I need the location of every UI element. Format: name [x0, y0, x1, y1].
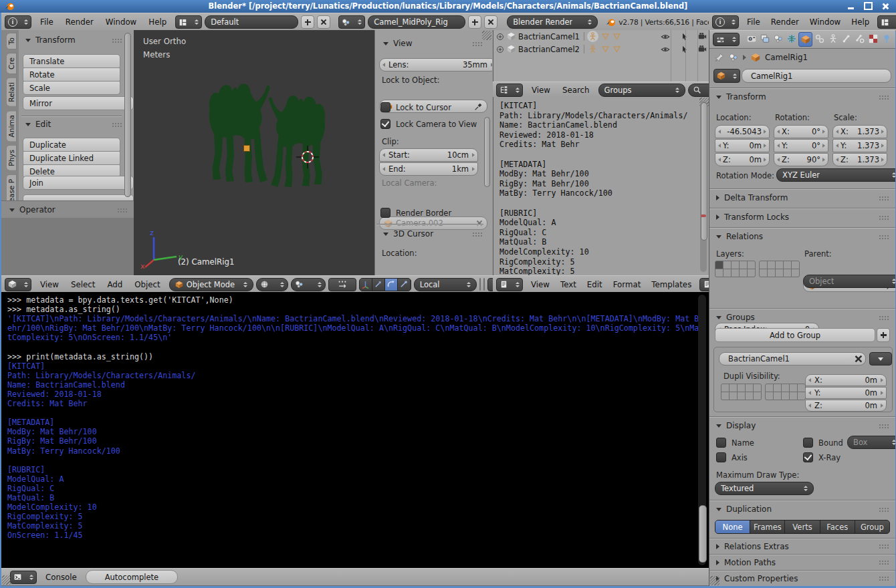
layer-cell-active[interactable]: [715, 261, 723, 269]
panel-grip-icon[interactable]: [112, 122, 122, 127]
local-camera-field[interactable]: Camera.002: [379, 216, 487, 230]
panel-grip-icon[interactable]: [879, 560, 889, 565]
scale-field[interactable]: Z:1.373: [832, 153, 887, 166]
outliner-menu-item[interactable]: View: [526, 86, 556, 95]
display-axis-row[interactable]: Axis: [716, 452, 748, 462]
outliner-filter-dropdown[interactable]: Groups: [598, 84, 685, 97]
console-menu[interactable]: Console: [39, 573, 83, 582]
pushpin-icon[interactable]: [715, 53, 724, 62]
duplication-option-button[interactable]: None: [715, 521, 750, 533]
screen-layout-button-right[interactable]: [877, 15, 896, 29]
info-menu-item[interactable]: Render: [60, 17, 100, 27]
panel-grip-icon[interactable]: [472, 232, 482, 237]
add-layout-button[interactable]: [301, 15, 314, 29]
text-editor-scrollbar[interactable]: [700, 101, 707, 272]
layer-cell-occupied[interactable]: [484, 279, 485, 284]
dupli-offset-field[interactable]: X:0m: [805, 374, 887, 386]
expand-plus-icon[interactable]: [496, 33, 504, 41]
parent-type-dropdown[interactable]: Object: [803, 275, 895, 288]
tab-render-layers[interactable]: [758, 32, 771, 45]
editor-type-button-text[interactable]: [496, 278, 523, 291]
mesh-triangle-icon[interactable]: [601, 32, 610, 41]
armature-icon[interactable]: [587, 43, 598, 55]
transform-panel-header[interactable]: Transform: [716, 92, 889, 102]
visibility-eye-icon[interactable]: [661, 45, 670, 54]
tab-bone[interactable]: [840, 32, 853, 45]
clip-start-field[interactable]: Start:10cm: [379, 148, 478, 162]
corner-grip-icon[interactable]: [2, 575, 11, 585]
panel-grip-icon[interactable]: [879, 95, 889, 100]
tab-physics[interactable]: [880, 32, 893, 45]
lock-camera-checkbox[interactable]: [380, 119, 390, 129]
screen-layout-field[interactable]: Default: [205, 15, 298, 29]
info-menu-item[interactable]: File: [742, 17, 766, 27]
close-button[interactable]: [879, 1, 892, 11]
location-field[interactable]: -46.5043: [715, 125, 770, 138]
partially-scrolled-button[interactable]: [23, 194, 134, 200]
corner-grip-icon[interactable]: [710, 576, 719, 585]
dupli-offset-field[interactable]: Y:0m: [805, 387, 887, 399]
panel-grip-icon[interactable]: [879, 315, 889, 320]
rotation-field[interactable]: Y:0°: [774, 139, 828, 152]
operator-panel-header[interactable]: Operator: [1, 201, 134, 218]
clear-icon[interactable]: [477, 220, 483, 227]
lock-to-cursor-checkbox[interactable]: [380, 102, 390, 112]
edit-operator-button[interactable]: Duplicate Linked: [23, 151, 120, 165]
display-bound-checkbox[interactable]: [803, 438, 813, 448]
max-draw-type-dropdown[interactable]: Textured: [715, 482, 814, 495]
viewport-menu-item[interactable]: Object: [128, 280, 166, 289]
duplication-option-button[interactable]: Verts: [785, 521, 820, 533]
info-menu-item[interactable]: File: [34, 17, 60, 27]
pivot-point-dropdown[interactable]: [291, 278, 326, 291]
tab-object-data[interactable]: [826, 32, 839, 45]
render-border-row[interactable]: Render Border: [380, 208, 451, 218]
renderable-camera-icon[interactable]: [698, 32, 707, 41]
clip-end-field[interactable]: End:1km: [379, 162, 478, 176]
info-menu-item[interactable]: Help: [142, 17, 173, 27]
viewport-3d[interactable]: User Ortho Meters z y x (2) CamelRig1: [134, 30, 374, 275]
tool-shelf-tab[interactable]: Cre: [7, 53, 17, 74]
tab-object[interactable]: [798, 32, 812, 47]
edit-panel-header[interactable]: Edit: [25, 120, 122, 129]
tab-texture[interactable]: [867, 32, 879, 45]
tool-shelf-scrollbar[interactable]: [124, 33, 131, 197]
console-scrollbar[interactable]: [698, 295, 706, 565]
rotation-mode-dropdown[interactable]: XYZ Euler: [776, 168, 895, 182]
outliner-row[interactable]: BactrianCamel1: [493, 30, 709, 43]
viewport-menu-item[interactable]: Add: [101, 280, 128, 289]
snap-button[interactable]: [328, 278, 356, 291]
layers-grid-a[interactable]: [479, 278, 481, 291]
mesh-triangle-icon[interactable]: [612, 45, 621, 53]
panel-grip-icon[interactable]: [472, 41, 482, 46]
text-editor-menu-item[interactable]: View: [526, 280, 555, 289]
rotation-field[interactable]: Z:90°: [774, 153, 828, 166]
viewport-menu-item[interactable]: Select: [65, 280, 101, 289]
tool-shelf-tab[interactable]: Relati: [7, 78, 17, 107]
editor-type-button-info[interactable]: i: [5, 15, 31, 29]
mode-dropdown[interactable]: Object Mode: [169, 278, 253, 291]
minimize-button[interactable]: [844, 1, 857, 11]
transform-operator-button[interactable]: Scale: [23, 81, 120, 95]
display-axis-checkbox[interactable]: [716, 452, 726, 462]
armature-icon[interactable]: [587, 31, 598, 42]
visibility-eye-icon[interactable]: [661, 32, 670, 41]
lens-field[interactable]: Lens:35mm: [379, 58, 492, 71]
mesh-triangle-icon[interactable]: [612, 32, 621, 41]
scale-field[interactable]: X:1.373: [832, 125, 887, 138]
transform-locks-header[interactable]: Transform Locks: [716, 212, 889, 222]
new-group-button[interactable]: [877, 328, 890, 342]
lock-to-cursor-row[interactable]: Lock to Cursor: [380, 102, 451, 112]
manipulator-scale-button[interactable]: [398, 279, 410, 291]
display-name-row[interactable]: Name: [716, 438, 754, 448]
duplication-option-button[interactable]: Group: [855, 521, 889, 533]
lock-camera-row[interactable]: Lock Camera to View: [380, 119, 477, 129]
scene-browse-button[interactable]: [338, 15, 365, 29]
groups-panel-header[interactable]: Groups: [716, 313, 889, 322]
maximize-button[interactable]: [861, 1, 875, 11]
mesh-triangle-icon[interactable]: [601, 45, 610, 53]
text-editor-menu-item[interactable]: Format: [608, 280, 647, 289]
duplication-option-button[interactable]: Faces: [820, 521, 855, 533]
text-editor-menu-item[interactable]: Edit: [582, 280, 608, 289]
info-menu-item[interactable]: Help: [846, 17, 875, 27]
cursor-panel-header[interactable]: 3D Cursor: [383, 229, 482, 239]
